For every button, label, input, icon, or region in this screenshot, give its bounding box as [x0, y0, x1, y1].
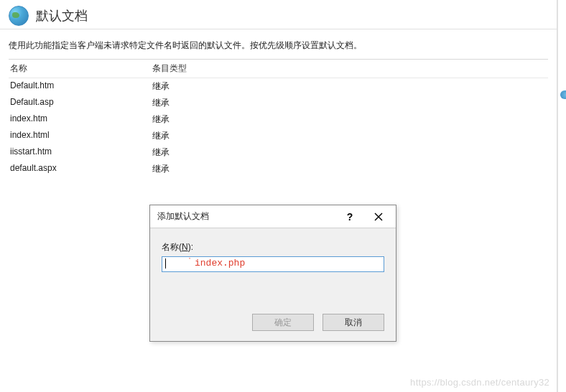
table-row[interactable]: Default.asp 继承 — [9, 95, 548, 111]
name-label: 名称(N): — [162, 241, 384, 253]
table-row[interactable]: index.html 继承 — [9, 128, 548, 144]
globe-icon — [9, 6, 29, 26]
cell-name: default.aspx — [9, 163, 152, 175]
close-button[interactable] — [364, 207, 393, 227]
watermark-text: https://blog.csdn.net/centaury32 — [410, 377, 549, 388]
help-icon: ? — [347, 211, 353, 223]
dialog-button-row: 确定 取消 — [150, 278, 396, 341]
name-label-accesskey: N — [182, 242, 188, 252]
name-input-wrap: ’ index.php — [162, 256, 384, 272]
cell-type: 继承 — [152, 80, 238, 93]
column-header-name[interactable]: 名称 — [9, 62, 152, 75]
partial-globe-icon — [560, 90, 566, 99]
table-row[interactable]: default.aspx 继承 — [9, 161, 548, 177]
page-header: 默认文档 — [0, 0, 557, 29]
cell-type: 继承 — [152, 130, 238, 142]
cell-type: 继承 — [152, 97, 238, 109]
cell-name: Default.asp — [9, 97, 152, 109]
cell-name: iisstart.htm — [9, 146, 152, 159]
default-documents-grid: 名称 条目类型 Default.htm 继承 Default.asp 继承 in… — [9, 59, 548, 177]
dialog-body: 名称(N): ’ index.php — [150, 228, 396, 278]
cell-type: 继承 — [152, 146, 238, 159]
grid-header-row: 名称 条目类型 — [9, 60, 548, 78]
name-input[interactable] — [162, 256, 384, 272]
dialog-titlebar[interactable]: 添加默认文档 ? — [150, 205, 396, 228]
add-default-document-dialog: 添加默认文档 ? 名称(N): ’ index.php — [149, 205, 396, 342]
table-row[interactable]: Default.htm 继承 — [9, 78, 548, 95]
cell-type: 继承 — [152, 163, 238, 175]
name-label-suffix: ): — [188, 242, 193, 252]
right-pane-edge — [557, 0, 566, 392]
close-icon — [374, 213, 383, 221]
grid-body: Default.htm 继承 Default.asp 继承 index.htm … — [9, 78, 548, 177]
page-description: 使用此功能指定当客户端未请求特定文件名时返回的默认文件。按优先级顺序设置默认文档… — [0, 29, 557, 59]
name-label-prefix: 名称( — [162, 242, 182, 252]
cell-name: Default.htm — [9, 80, 152, 93]
cell-name: index.html — [9, 130, 152, 142]
cancel-button[interactable]: 取消 — [323, 314, 384, 331]
cell-type: 继承 — [152, 113, 238, 126]
cell-name: index.htm — [9, 113, 152, 126]
ok-button[interactable]: 确定 — [252, 314, 314, 331]
table-row[interactable]: iisstart.htm 继承 — [9, 144, 548, 161]
dialog-title: 添加默认文档 — [157, 210, 335, 223]
page-title: 默认文档 — [36, 7, 88, 24]
table-row[interactable]: index.htm 继承 — [9, 111, 548, 128]
column-header-type[interactable]: 条目类型 — [152, 62, 238, 75]
help-button[interactable]: ? — [335, 207, 364, 227]
